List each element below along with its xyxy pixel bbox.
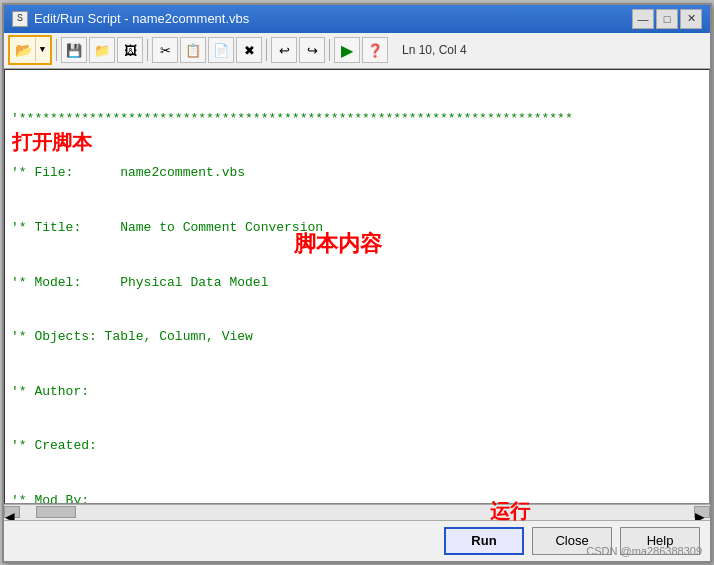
title-controls: — □ ✕ <box>632 9 702 29</box>
content-area: 打开脚本 脚本内容 '*****************************… <box>4 69 710 520</box>
copy-button[interactable]: 📋 <box>180 37 206 63</box>
separator-4 <box>329 39 330 61</box>
window-icon: S <box>12 11 28 27</box>
cursor-position: Ln 10, Col 4 <box>402 43 467 57</box>
watermark: CSDN @ma286388309 <box>586 545 702 557</box>
code-line-2: '* File: name2comment.vbs <box>11 164 703 182</box>
editor-scroll-area[interactable]: '***************************************… <box>5 70 709 503</box>
title-bar: S Edit/Run Script - name2comment.vbs — □… <box>4 5 710 33</box>
code-line-3: '* Title: Name to Comment Conversion <box>11 219 703 237</box>
folder-button[interactable]: 📁 <box>89 37 115 63</box>
run-button[interactable]: Run <box>444 527 524 555</box>
separator-2 <box>147 39 148 61</box>
code-line-5: '* Objects: Table, Column, View <box>11 328 703 346</box>
open-script-button[interactable]: 📂 ▼ <box>8 35 52 65</box>
maximize-button[interactable]: □ <box>656 9 678 29</box>
bottom-bar: 运行 Run Close Help CSDN @ma286388309 <box>4 520 710 561</box>
scroll-right-arrow[interactable]: ▶ <box>694 506 710 518</box>
status-bar: Ln 10, Col 4 <box>394 43 475 57</box>
paste-button[interactable]: 📄 <box>208 37 234 63</box>
title-bar-left: S Edit/Run Script - name2comment.vbs <box>12 11 249 27</box>
open-folder-icon: 📂 <box>11 38 35 62</box>
open-dropdown-icon[interactable]: ▼ <box>35 38 49 62</box>
window-title: Edit/Run Script - name2comment.vbs <box>34 11 249 26</box>
redo-button[interactable]: ↪ <box>299 37 325 63</box>
minimize-button[interactable]: — <box>632 9 654 29</box>
undo-button[interactable]: ↩ <box>271 37 297 63</box>
toolbar: 📂 ▼ 💾 📁 🖼 ✂ 📋 📄 ✖ ↩ ↪ ▶ ❓ Ln 10, Col 4 <box>4 33 710 69</box>
main-window: S Edit/Run Script - name2comment.vbs — □… <box>2 3 712 563</box>
scrollbar-thumb-h[interactable] <box>36 506 76 518</box>
code-line-4: '* Model: Physical Data Model <box>11 274 703 292</box>
help-toolbar-button[interactable]: ❓ <box>362 37 388 63</box>
horizontal-scrollbar[interactable]: ◀ ▶ <box>4 504 710 520</box>
run-toolbar-button[interactable]: ▶ <box>334 37 360 63</box>
scroll-left-arrow[interactable]: ◀ <box>4 506 20 518</box>
separator-1 <box>56 39 57 61</box>
save-button[interactable]: 💾 <box>61 37 87 63</box>
code-editor[interactable]: '***************************************… <box>4 69 710 504</box>
code-line-8: '* Mod By: <box>11 492 703 503</box>
cut-button[interactable]: ✂ <box>152 37 178 63</box>
close-window-button[interactable]: ✕ <box>680 9 702 29</box>
code-line-6: '* Author: <box>11 383 703 401</box>
separator-3 <box>266 39 267 61</box>
image-button[interactable]: 🖼 <box>117 37 143 63</box>
delete-button[interactable]: ✖ <box>236 37 262 63</box>
code-line-1: '***************************************… <box>11 110 703 128</box>
code-line-7: '* Created: <box>11 437 703 455</box>
